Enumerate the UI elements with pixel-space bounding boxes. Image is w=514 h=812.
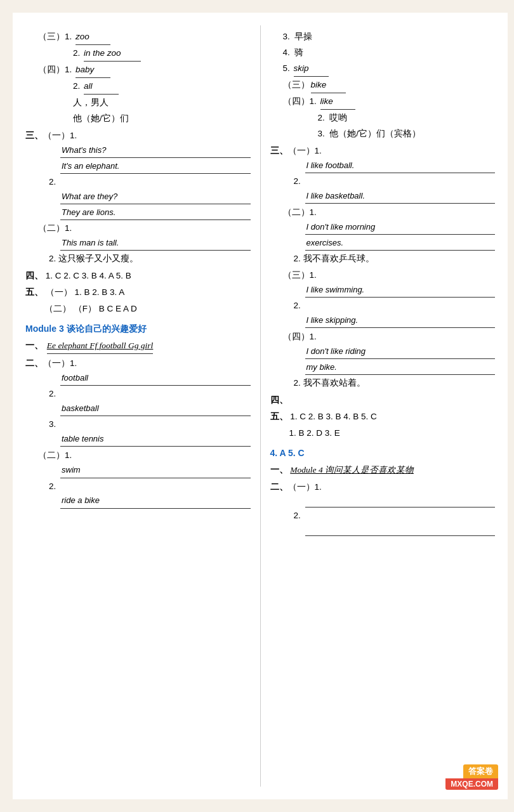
r-4-answer: 骑 (294, 48, 303, 57)
r-wu-main: 五、 1. C 2. B 3. B 4. B 5. C (270, 410, 496, 424)
watermark-bottom-text: MXQE.COM (445, 778, 498, 790)
r-3-num: 3. (283, 32, 293, 41)
m3-er-er-2-row: 2. (49, 480, 251, 494)
san-main-label: 三、 (25, 129, 43, 143)
san-yi-2: What are they? They are lions. (60, 190, 251, 220)
m3-yi: 一、 Ee elephant Ff football Gg girl (25, 339, 251, 354)
san-section: （三）1. zoo 2. in the zoo (38, 30, 251, 62)
m3-er: 二、 （一）1. football 2. basketball 3. table… (25, 357, 251, 508)
san-1-answer: zoo (76, 30, 110, 45)
san-yi-1-line2: It's an elephant. (60, 159, 251, 174)
r-san-san-header: （三）1. (270, 268, 496, 283)
m3-er-label: 二、 (25, 357, 43, 371)
r-san-san-2-row: 2. (294, 299, 496, 313)
page: （三）1. zoo 2. in the zoo （四）1. baby 2. al… (13, 13, 508, 799)
san-er-header: （二）1. (25, 221, 251, 236)
r-san-er-header: （二）1. (270, 206, 496, 220)
si-1-answer: baby (76, 63, 110, 78)
r-item-3: 3. 早操 (283, 30, 496, 44)
si-main-label: 四、 (25, 271, 43, 280)
r-si-row-2: 2. 哎哟 (318, 111, 496, 126)
m3-yi-content: Ee elephant Ff football Gg girl (47, 339, 154, 354)
right-column: 3. 早操 4. 骑 5. skip （三） bike （四）1. like (264, 25, 502, 787)
san-main-label-row: 三、 （一）1. (25, 129, 251, 143)
wu-yi-label: （一） (46, 287, 72, 297)
si-row-2: 2. all (73, 79, 251, 95)
m3-er-er-1: swim (60, 463, 251, 478)
r-san-si-1-line2: my bike. (305, 360, 496, 375)
m3-er-er-2-num: 2. (49, 481, 56, 491)
r-san-si-label: （四）1. (283, 330, 317, 344)
m4-er-label: 二、 (270, 480, 288, 495)
m3-er-yi-3-row: 3. (49, 417, 251, 432)
r-san-er-2-text: 我不喜欢乒乓球。 (303, 254, 374, 263)
r-san-er-label: （二）1. (283, 206, 317, 220)
r-wu-extra-content: 1. B 2. D 3. E (289, 428, 340, 438)
san-yi-2-num: 2. (49, 175, 56, 190)
r-san-row: （三） bike (283, 78, 496, 93)
r-si-3-answer: 他（她/它）们（宾格） (329, 129, 421, 138)
r-san-si-1-line1: I don't like riding (305, 344, 496, 359)
m3-er-yi-1: football (60, 371, 251, 386)
m3-er-header: 二、 （一）1. (25, 357, 251, 371)
m3-er-er-header: （二）1. (25, 449, 251, 463)
r-5-num: 5. (283, 62, 293, 76)
m4-er: 二、 （一）1. 2. (270, 480, 496, 536)
wu-main: 五、 （一） 1. B 2. B 3. A (25, 285, 251, 300)
m3-er-yi-3-num: 3. (49, 419, 56, 429)
san-2-answer: in the zoo (84, 46, 141, 62)
r-san-main-header: 三、 （一）1. (270, 144, 496, 159)
watermark: 答案卷 MXQE.COM (445, 764, 498, 790)
si-row-1: （四）1. baby (38, 63, 251, 78)
m3-yi-label: 一、 (25, 341, 43, 350)
r-si-main: 四、 (270, 393, 496, 408)
r-san-yi-2: I like basketball. (305, 189, 496, 204)
r-san-san-1-line: I like swimming. (305, 283, 496, 298)
san-yi-label: （一）1. (43, 129, 77, 143)
m3-er-yi-3-line: table tennis (60, 432, 251, 447)
si-row-4: 他（她/它）们 (73, 112, 251, 126)
r-si-section: （四）1. like 2. 哎哟 3. 他（她/它）们（宾格） (283, 95, 496, 141)
r-item-5: 5. skip (283, 62, 496, 77)
san-yi-2-line2: They are lions. (60, 206, 251, 220)
r-san-er-2-row: 2. 我不喜欢乒乓球。 (294, 252, 496, 266)
m3-er-yi-1-line: football (60, 371, 251, 386)
r-4-num: 4. (283, 48, 293, 57)
wu-er: （二） （F） B C E A D (44, 302, 251, 317)
r-san-yi-label: （一）1. (288, 144, 322, 159)
m3-er-er-1-line: swim (60, 463, 251, 478)
r-san-si-2-text: 我不喜欢站着。 (303, 378, 366, 388)
si-3-answer: 人，男人 (73, 98, 109, 107)
san-yi-2-line1: What are they? (60, 190, 251, 204)
m3-er-er-2-line: ride a bike (60, 494, 251, 508)
wu-yi-content: 1. B 2. B 3. A (75, 287, 125, 297)
r-si-label: （四）1. (283, 95, 319, 109)
r-si-2-answer: 哎哟 (329, 113, 347, 122)
r-si-1-answer: like (320, 95, 355, 110)
r-plain-items: 3. 早操 4. 骑 5. skip (283, 30, 496, 77)
r-wu-extra: 1. B 2. D 3. E (289, 426, 496, 441)
r-si-row-3: 3. 他（她/它）们（宾格） (318, 127, 496, 141)
m4-yi: 一、 Module 4 询问某人是否喜欢某物 (270, 463, 496, 478)
san-row-2: 2. in the zoo (73, 46, 251, 62)
r-wu-content: 1. C 2. B 3. B 4. B 5. C (290, 412, 377, 421)
san-2-label: 2. (73, 46, 82, 61)
wu-main-label: 五、 (25, 287, 43, 297)
m3-er-yi-2-row: 2. (49, 387, 251, 402)
r-san-si-2-row: 2. 我不喜欢站着。 (294, 376, 496, 391)
san-er-1: This man is tall. (60, 236, 251, 251)
m3-er-yi-2-num: 2. (49, 389, 56, 398)
san-yi-1: What's this? It's an elephant. (60, 143, 251, 174)
r-3-answer: 早操 (294, 32, 312, 41)
r-san-er-1: I don't like morning exercises. (305, 220, 496, 251)
san-label: （三）1. (38, 30, 74, 44)
wu-er-label: （二） (44, 304, 71, 313)
san-er-label: （二）1. (38, 221, 72, 236)
si-4-answer: 他（她/它）们 (73, 114, 129, 123)
si-2-label: 2. (73, 79, 82, 94)
r-san-yi-1: I like football. (305, 159, 496, 173)
si-main-content: 1. C 2. C 3. B 4. A 5. B (46, 271, 131, 280)
r-san-answer: bike (311, 78, 346, 93)
r-si-3-num: 3. (318, 129, 327, 138)
r-san-er-1-line2: exercises. (305, 236, 496, 251)
